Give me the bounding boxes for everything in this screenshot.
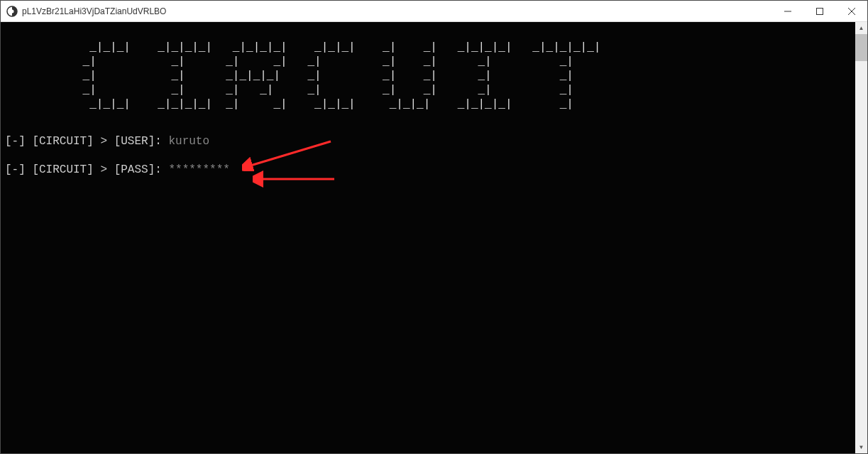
ascii-banner: _|_|_| _|_|_|_| _|_|_|_| _|_|_| _| _| _|… — [5, 40, 855, 112]
pass-value: ********* — [168, 163, 229, 177]
pass-field-label: [PASS] — [114, 163, 155, 177]
user-value: kuruto — [168, 134, 209, 148]
pass-prompt-line: [-] [CIRCUIT] > [PASS]: ********* — [5, 163, 855, 177]
user-field-label: [USER] — [114, 134, 155, 148]
svg-rect-3 — [816, 8, 823, 14]
app-label: [CIRCUIT] — [32, 134, 93, 148]
minimize-button[interactable] — [771, 1, 803, 21]
prompt-prefix: [-] — [5, 163, 32, 177]
scroll-down-arrow-icon[interactable]: ▼ — [855, 441, 867, 453]
app-window: pL1VzBr21LaHi3VjDaTZianUdVRLBO _|_|_| _|… — [0, 0, 868, 454]
terminal-area: _|_|_| _|_|_|_| _|_|_|_| _|_|_| _| _| _|… — [1, 22, 867, 453]
maximize-button[interactable] — [803, 1, 835, 21]
svg-point-1 — [11, 9, 14, 13]
window-title: pL1VzBr21LaHi3VjDaTZianUdVRLBO — [22, 6, 771, 16]
scroll-thumb[interactable] — [855, 34, 867, 61]
vertical-scrollbar[interactable]: ▲ ▼ — [855, 22, 867, 453]
user-prompt-line: [-] [CIRCUIT] > [USER]: kuruto — [5, 134, 855, 148]
close-button[interactable] — [835, 1, 867, 21]
scroll-up-arrow-icon[interactable]: ▲ — [855, 22, 867, 34]
terminal[interactable]: _|_|_| _|_|_|_| _|_|_|_| _|_|_| _| _| _|… — [1, 22, 855, 453]
app-icon — [6, 6, 18, 17]
app-label: [CIRCUIT] — [32, 163, 93, 177]
titlebar: pL1VzBr21LaHi3VjDaTZianUdVRLBO — [1, 1, 867, 22]
window-controls — [771, 1, 867, 21]
prompt-prefix: [-] — [5, 134, 32, 148]
